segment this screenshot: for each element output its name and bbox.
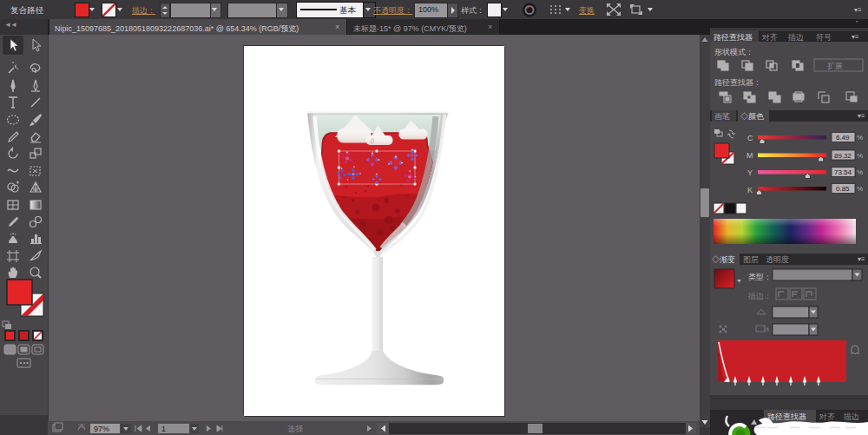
svg-text:形状模式：: 形状模式： [714, 48, 753, 56]
svg-text:C: C [747, 134, 753, 142]
svg-text:▾≡: ▾≡ [858, 112, 865, 120]
svg-text:▾≡: ▾≡ [852, 33, 859, 41]
svg-text:透明度: 透明度 [766, 255, 789, 264]
svg-text:%: % [857, 185, 863, 193]
svg-text:K: K [747, 186, 753, 194]
svg-text:97%: 97% [94, 425, 109, 433]
svg-text:73.54: 73.54 [834, 168, 852, 176]
svg-text:1: 1 [161, 425, 166, 433]
svg-text:路径查找器: 路径查找器 [713, 33, 753, 42]
svg-text:符号: 符号 [816, 33, 832, 42]
svg-text:路径查找器：: 路径查找器： [714, 78, 761, 87]
svg-text:◇颜色: ◇颜色 [740, 112, 765, 121]
svg-text:0.85: 0.85 [836, 185, 850, 193]
svg-text:画笔: 画笔 [714, 112, 730, 121]
svg-text:扩展: 扩展 [827, 62, 843, 70]
svg-text:6.49: 6.49 [836, 134, 850, 142]
svg-text:对齐: 对齐 [761, 33, 778, 42]
svg-text:描边：: 描边： [747, 292, 772, 300]
svg-text:选择: 选择 [287, 425, 303, 433]
svg-text:M: M [746, 151, 753, 160]
svg-text:Y: Y [747, 168, 753, 177]
svg-text:89.32: 89.32 [834, 152, 852, 160]
svg-text:图层: 图层 [743, 255, 759, 264]
svg-text:%: % [857, 152, 863, 160]
svg-text:类型：: 类型： [748, 273, 772, 281]
svg-text:▾≡: ▾≡ [858, 255, 865, 263]
svg-text:◇渐变: ◇渐变 [712, 255, 735, 264]
svg-text:%: % [857, 134, 863, 142]
svg-text:描边: 描边 [787, 33, 804, 42]
svg-text:%: % [857, 168, 863, 176]
